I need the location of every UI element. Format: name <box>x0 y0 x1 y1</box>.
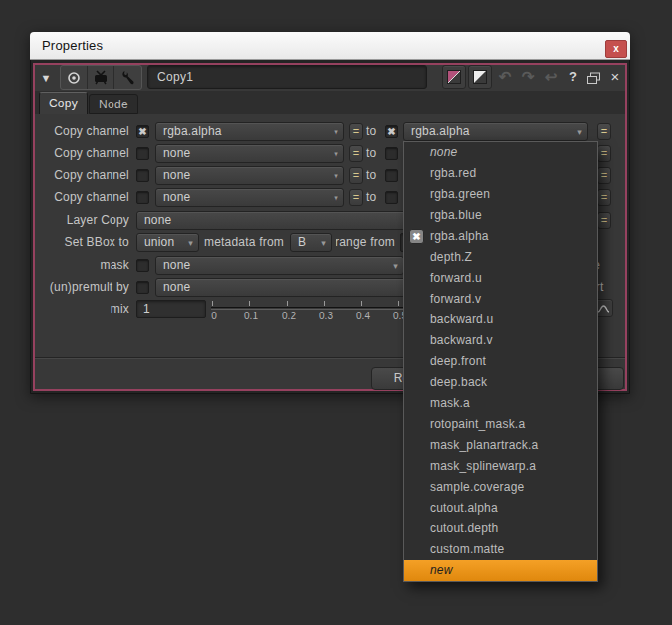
gl-color-swatch <box>473 70 487 84</box>
mix-input[interactable]: 1 <box>136 300 206 318</box>
dropdown-item[interactable]: cutout.alpha <box>404 498 597 519</box>
copy-from-dropdown[interactable]: none▾ <box>155 188 344 207</box>
copy-to-checkbox[interactable] <box>385 169 398 182</box>
dropdown-item[interactable]: depth.Z <box>404 247 597 268</box>
desktop: Properties x ▼ Copy1 ↶ ↷ ↩ ? × Node Copy… <box>0 0 672 625</box>
equals-button[interactable]: = <box>597 145 611 162</box>
to-label: to <box>366 144 376 163</box>
chevron-down-icon: ▾ <box>334 145 338 163</box>
node-name-input[interactable]: Copy1 <box>147 65 427 89</box>
copy-channel-label: Copy channel <box>33 122 129 141</box>
channel-dropdown-list: none rgba.red rgba.green rgba.blue ✖rgba… <box>403 141 598 582</box>
dropdown-item[interactable]: backward.v <box>404 330 597 351</box>
copy-to-checkbox[interactable] <box>385 191 398 204</box>
copy-channel-checkbox[interactable]: ✖ <box>136 125 149 138</box>
dropdown-item[interactable]: forward.v <box>404 289 597 310</box>
chevron-down-icon: ▾ <box>321 234 326 252</box>
revert-arrow-icon[interactable]: ↩ <box>540 66 561 88</box>
gl-color-swatch-button[interactable] <box>468 65 492 89</box>
dropdown-item[interactable]: mask_planartrack.a <box>404 435 597 456</box>
dropdown-item[interactable]: custom.matte <box>404 539 597 560</box>
center-node-icon[interactable] <box>61 66 88 89</box>
equals-button[interactable]: = <box>597 123 611 140</box>
header-icon-group <box>60 65 142 90</box>
slider-tick-label: 0.2 <box>282 311 296 321</box>
metadata-from-label: metadata from <box>204 233 284 252</box>
chevron-down-icon: ▾ <box>393 257 398 275</box>
unpremult-checkbox[interactable] <box>136 281 149 294</box>
collapse-panel-icon[interactable]: ▼ <box>38 67 54 89</box>
equals-button[interactable]: = <box>597 212 611 229</box>
help-icon[interactable]: ? <box>565 66 581 88</box>
slider-tick <box>398 301 399 306</box>
chevron-down-icon: ▾ <box>334 167 338 185</box>
dropdown-item[interactable]: rgba.green <box>404 184 597 205</box>
copy-channel-checkbox[interactable] <box>136 169 149 182</box>
equals-button[interactable]: = <box>349 145 363 162</box>
dropdown-item[interactable]: forward.u <box>404 268 597 289</box>
dropdown-item[interactable]: mask_splinewarp.a <box>404 456 597 477</box>
equals-button[interactable]: = <box>349 123 363 140</box>
mask-checkbox[interactable] <box>136 259 149 272</box>
unpremult-label: (un)premult by <box>30 278 129 297</box>
dropdown-item[interactable]: mask.a <box>404 393 597 414</box>
mask-label: mask <box>33 256 129 275</box>
copy-to-checkbox[interactable] <box>385 147 398 160</box>
window-close-button[interactable]: x <box>605 40 627 58</box>
window-title: Properties <box>30 32 630 60</box>
slider-tick <box>324 301 325 306</box>
copy-to-dropdown-open[interactable]: rgba.alpha▾ <box>403 122 588 141</box>
wrench-icon[interactable] <box>114 66 141 89</box>
mask-channel-dropdown[interactable]: none▾ <box>155 256 404 275</box>
dropdown-item-selected[interactable]: ✖rgba.alpha <box>404 226 597 247</box>
window-titlebar[interactable]: Properties <box>30 32 630 60</box>
dropdown-item[interactable]: rgba.red <box>404 163 597 184</box>
slider-tick <box>212 301 213 306</box>
node-color-swatch-button[interactable] <box>442 65 466 89</box>
to-label: to <box>366 122 376 141</box>
dropdown-item[interactable]: sample.coverage <box>404 477 597 498</box>
redo-icon[interactable]: ↷ <box>517 66 539 88</box>
to-label: to <box>366 188 376 207</box>
dropdown-item[interactable]: cutout.depth <box>404 519 597 539</box>
tab-copy[interactable]: Copy <box>39 92 88 114</box>
copy-from-dropdown[interactable]: rgba.alpha▾ <box>155 122 344 141</box>
monitor-icon[interactable] <box>88 66 114 89</box>
dropdown-item[interactable]: backward.u <box>404 310 597 330</box>
metadata-from-dropdown[interactable]: B▾ <box>290 233 332 252</box>
dropdown-item[interactable]: deep.back <box>404 372 597 393</box>
slider-tick-label: 0.3 <box>319 311 333 321</box>
copy-channel-checkbox[interactable] <box>136 191 149 204</box>
slider-tick <box>249 301 250 306</box>
dropdown-item[interactable]: rotopaint_mask.a <box>404 414 597 435</box>
equals-button[interactable]: = <box>349 189 363 206</box>
chevron-down-icon: ▾ <box>334 189 338 207</box>
copy-channel-label: Copy channel <box>33 188 129 207</box>
copy-channel-label: Copy channel <box>33 144 129 163</box>
bbox-dropdown[interactable]: union▾ <box>136 233 199 252</box>
dropdown-item[interactable]: deep.front <box>404 351 597 372</box>
tab-node[interactable]: Node <box>89 94 138 114</box>
undo-icon[interactable]: ↶ <box>494 66 516 88</box>
copy-to-checkbox[interactable]: ✖ <box>385 125 398 138</box>
slider-tick <box>287 301 288 306</box>
equals-button[interactable]: = <box>349 167 363 184</box>
slider-tick <box>361 301 362 306</box>
mix-label: mix <box>33 300 129 318</box>
copy-channel-checkbox[interactable] <box>136 147 149 160</box>
float-panel-icon[interactable] <box>586 71 601 89</box>
equals-button[interactable]: = <box>597 167 611 184</box>
dropdown-item[interactable]: none <box>404 142 597 163</box>
panel-close-icon[interactable]: × <box>607 66 623 88</box>
slider-tick-label: 0 <box>211 311 217 321</box>
checked-icon: ✖ <box>409 229 424 244</box>
equals-button[interactable]: = <box>597 189 611 206</box>
curve-icon <box>597 303 610 314</box>
chevron-down-icon: ▾ <box>577 123 582 141</box>
set-bbox-label: Set BBox to <box>33 233 129 252</box>
dropdown-item[interactable]: rgba.blue <box>404 205 597 226</box>
copy-from-dropdown[interactable]: none▾ <box>155 166 344 185</box>
copy-from-dropdown[interactable]: none▾ <box>155 144 344 163</box>
dropdown-item-highlighted[interactable]: new <box>404 560 597 581</box>
chevron-down-icon: ▾ <box>334 123 338 141</box>
